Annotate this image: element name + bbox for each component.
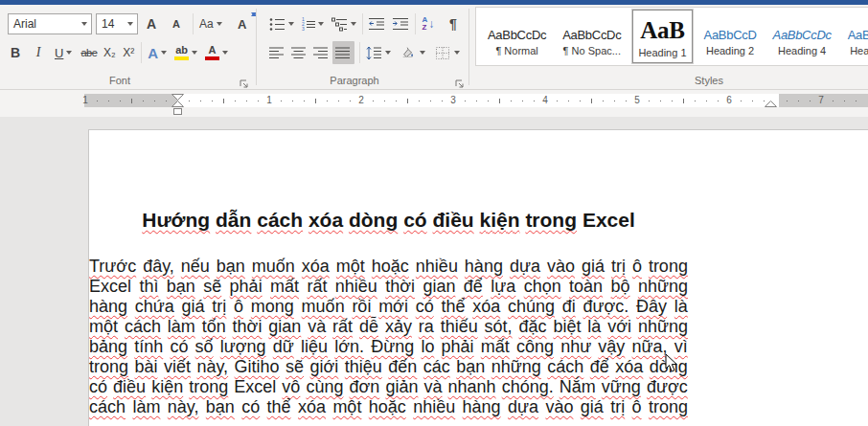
word: một [336, 257, 365, 276]
style-item-no-spac[interactable]: AaBbCcDc¶ No Spac... [558, 14, 626, 59]
ruler-tick [120, 101, 121, 101]
font-name-combobox[interactable]: Arial [8, 13, 92, 34]
line-spacing-icon [366, 46, 382, 60]
word: với [607, 317, 631, 336]
align-center-icon [291, 46, 308, 60]
ruler-tick [189, 101, 190, 101]
ruler-tick [223, 99, 224, 103]
numbering-button[interactable]: 123 [299, 12, 327, 35]
word: xóa [472, 297, 500, 316]
style-preview: AaBbCcDc [562, 17, 621, 42]
ruler-tick [292, 101, 293, 101]
justify-icon [335, 46, 352, 60]
ruler-tick [488, 101, 489, 101]
show-formatting-marks-button[interactable]: ¶ [444, 12, 463, 35]
font-name-value: Arial [13, 17, 79, 31]
ruler-tick [683, 99, 684, 103]
style-item-heading-2[interactable]: AaBbCcDHeading 2 [699, 14, 762, 59]
increase-indent-button[interactable] [390, 12, 412, 35]
word: hàng [463, 397, 501, 416]
italic-button[interactable]: I [29, 41, 48, 64]
ruler-tick [315, 99, 316, 103]
font-dialog-launcher[interactable] [240, 79, 249, 89]
bullets-button[interactable] [266, 12, 297, 35]
word: ô [632, 397, 642, 416]
style-preview: AaBbCcDc [488, 17, 546, 42]
style-item-heading-4[interactable]: AaBbCcDcHeading 4 [768, 14, 836, 59]
shading-button[interactable] [398, 41, 428, 64]
text-effects-icon: A [148, 45, 158, 61]
word: mất [481, 337, 510, 356]
shrink-font-icon: A [172, 18, 180, 30]
word: này, [196, 357, 228, 376]
ruler-tick [200, 101, 201, 101]
word: được [647, 377, 688, 396]
ruler-tick [131, 99, 132, 103]
word: đây, [143, 257, 174, 276]
clear-formatting-button[interactable]: A [233, 12, 252, 35]
word: vô [282, 377, 300, 396]
ruler-tick [810, 101, 811, 101]
chevron-down-icon[interactable] [81, 22, 87, 26]
word: bạn [217, 257, 245, 276]
word: bạn [167, 277, 195, 296]
style-item-heading[interactable]: AaBbCcHeading [843, 14, 868, 59]
word: ô [632, 257, 642, 276]
word: vững [602, 377, 641, 396]
word: gian [268, 317, 301, 336]
ruler-tick [212, 101, 213, 101]
word: có [403, 209, 427, 231]
decrease-indent-button[interactable] [366, 12, 388, 35]
subscript-button[interactable]: X₂ [100, 41, 119, 64]
text-effects-button[interactable]: A [145, 41, 170, 64]
word: trong [649, 257, 688, 276]
word: trị [611, 257, 626, 276]
first-line-indent-marker [172, 95, 184, 101]
word: thời [385, 277, 415, 296]
word: thể [441, 297, 465, 316]
align-right-button[interactable] [310, 41, 332, 64]
text-highlight-button[interactable]: ab [171, 41, 200, 64]
ruler-tick [603, 101, 604, 101]
superscript-button[interactable]: X² [119, 41, 138, 64]
word: nhiều [413, 397, 455, 416]
ruler-tick [718, 101, 719, 101]
word: có [416, 297, 434, 316]
align-center-button[interactable] [288, 41, 310, 64]
style-item-heading-1[interactable]: AaBHeading 1 [632, 10, 692, 63]
shrink-font-button[interactable]: A [167, 12, 186, 35]
sort-button[interactable]: AZ ↓ [419, 12, 438, 35]
grow-font-button[interactable]: A [142, 12, 161, 35]
align-left-button[interactable] [266, 41, 288, 64]
line-spacing-button[interactable] [363, 41, 394, 64]
indent-markers[interactable] [171, 94, 184, 116]
strikethrough-button[interactable]: abe [78, 41, 100, 64]
justify-button[interactable] [332, 41, 354, 64]
word: trong [89, 357, 128, 376]
style-label: ¶ No Spac... [563, 45, 621, 56]
word: cách [547, 357, 583, 376]
font-size-combobox[interactable]: 14 [96, 13, 138, 34]
borders-button[interactable] [432, 41, 463, 64]
increase-indent-icon [393, 17, 409, 32]
paragraph-dialog-launcher[interactable] [455, 79, 465, 89]
word: Nắm [560, 377, 596, 396]
ruler-tick [407, 99, 408, 103]
chevron-down-icon[interactable] [127, 22, 133, 26]
ruler-tick [752, 101, 753, 101]
bold-button[interactable]: B [6, 41, 25, 64]
word: xóa [302, 257, 330, 276]
word: hoặc [369, 397, 406, 416]
underline-button[interactable]: U [52, 41, 75, 64]
word: một [89, 317, 118, 336]
font-color-button[interactable]: A [202, 41, 231, 64]
ruler-number: 6 [726, 95, 732, 105]
word: bảng [89, 337, 127, 356]
ruler-tick [660, 101, 661, 101]
change-case-button[interactable]: Aa [196, 12, 225, 35]
style-item-normal[interactable]: AaBbCcDc¶ Normal [483, 14, 551, 59]
right-indent-marker[interactable] [765, 101, 777, 107]
ruler-tick [614, 101, 615, 101]
ruler-tick [97, 101, 98, 101]
multilevel-list-button[interactable] [329, 12, 359, 35]
